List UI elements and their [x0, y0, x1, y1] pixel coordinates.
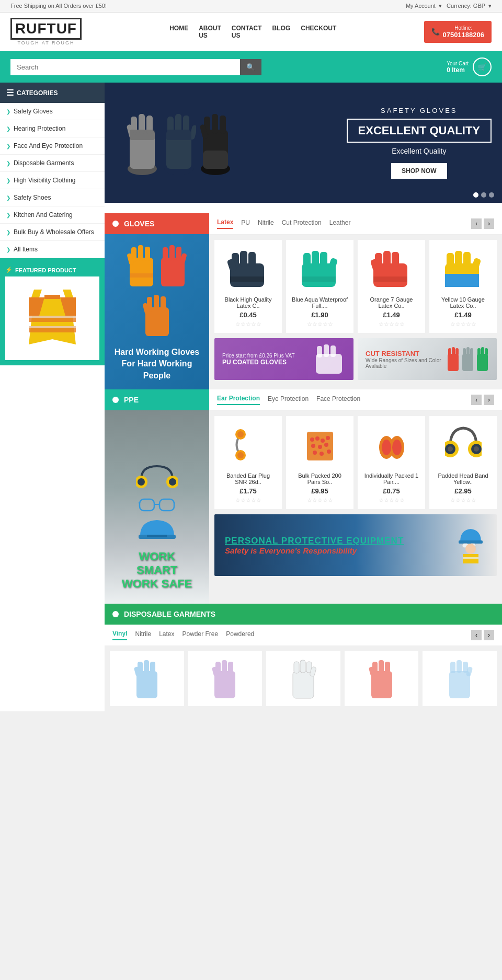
- svg-rect-73: [324, 344, 329, 357]
- tab-leather[interactable]: Leather: [329, 219, 351, 228]
- sidebar-item-hiviz[interactable]: ❯ High Visibility Clothing: [0, 172, 105, 189]
- nav-about[interactable]: ABOUTUS: [199, 25, 221, 39]
- sidebar-item-safety-shoes[interactable]: ❯ Safety Shoes: [0, 189, 105, 206]
- tab-latex-disp[interactable]: Latex: [159, 630, 174, 640]
- nav-blog[interactable]: BLOG: [272, 25, 291, 39]
- category-list: ❯ Safety Gloves ❯ Hearing Protection ❯ F…: [0, 103, 105, 258]
- product-image[interactable]: [363, 421, 420, 468]
- svg-rect-28: [220, 116, 226, 134]
- banner-dot-3[interactable]: [489, 192, 494, 198]
- svg-point-89: [138, 478, 145, 486]
- product-image[interactable]: [435, 421, 492, 468]
- ppe-tab-arrows: ‹ ›: [471, 395, 494, 405]
- svg-rect-75: [448, 354, 459, 371]
- lightning-icon: ⚡: [5, 267, 13, 273]
- black-glove-svg: [227, 248, 269, 290]
- tab-vinyl[interactable]: Vinyl: [112, 630, 127, 640]
- spacer: [105, 203, 502, 213]
- svg-rect-97: [147, 535, 167, 537]
- svg-rect-84: [477, 348, 481, 356]
- product-image[interactable]: [435, 245, 492, 292]
- svg-rect-80: [463, 348, 466, 356]
- disposable-section: DISPOSABLE GARMENTS Vinyl Nitrile Latex …: [105, 604, 502, 711]
- sidebar-item-face-eye[interactable]: ❯ Face And Eye Protection: [0, 137, 105, 154]
- ppe-promo-subtitle: Safety is Everyone's Responsibility: [225, 546, 404, 555]
- gloves-side-panel: GLOVES: [105, 213, 209, 389]
- cart-button[interactable]: 🛒: [473, 57, 492, 76]
- tab-eye-protection[interactable]: Eye Protection: [268, 395, 309, 405]
- svg-rect-131: [144, 660, 149, 673]
- product-image[interactable]: [291, 245, 348, 292]
- arrow-icon: ❯: [6, 160, 10, 166]
- banner-dot-2[interactable]: [481, 192, 486, 198]
- svg-rect-55: [312, 251, 319, 267]
- sidebar-item-all[interactable]: ❯ All Items: [0, 241, 105, 258]
- disp-title: DISPOSABLE GARMENTS: [124, 610, 215, 618]
- nav-contact[interactable]: CONTACTUS: [232, 25, 262, 39]
- product-image[interactable]: [291, 421, 348, 468]
- svg-rect-68: [463, 252, 471, 267]
- sidebar-item-safety-gloves[interactable]: ❯ Safety Gloves: [0, 103, 105, 120]
- tab-nitrile[interactable]: Nitrile: [258, 219, 274, 228]
- sidebar-item-kitchen[interactable]: ❯ Kitchen And Catering: [0, 206, 105, 223]
- ppe-tab-prev[interactable]: ‹: [471, 395, 482, 405]
- hero-tag: SAFETY GLOVES: [347, 107, 492, 114]
- svg-rect-4: [29, 326, 76, 328]
- tab-cut-protection[interactable]: Cut Protection: [282, 219, 322, 228]
- tab-latex[interactable]: Latex: [217, 218, 233, 229]
- svg-point-90: [169, 478, 176, 486]
- ppe-dot: [112, 397, 119, 403]
- sidebar-item-hearing[interactable]: ❯ Hearing Protection: [0, 120, 105, 137]
- product-price: £1.49: [435, 311, 492, 319]
- disp-product-image[interactable]: [115, 656, 179, 701]
- svg-rect-151: [457, 660, 462, 673]
- product-image[interactable]: [220, 245, 277, 292]
- my-account-link[interactable]: My Account: [406, 3, 436, 9]
- cut-resistant-label: CUT RESISTANT: [366, 350, 447, 358]
- product-image[interactable]: [363, 245, 420, 292]
- disp-product-image[interactable]: [193, 656, 257, 701]
- logo[interactable]: RUFTUF TOUGH AT ROUGH: [10, 18, 82, 45]
- tab-powder-free[interactable]: Powder Free: [182, 630, 219, 640]
- svg-point-122: [474, 446, 479, 452]
- product-stars: ☆☆☆☆☆: [435, 321, 492, 328]
- gloves-right-panel: Latex PU Nitrile Cut Protection Leather …: [209, 213, 502, 389]
- tab-prev-arrow[interactable]: ‹: [471, 218, 482, 229]
- disp-tab-prev[interactable]: ‹: [471, 630, 482, 640]
- disp-product-image[interactable]: [428, 656, 492, 701]
- nav-home[interactable]: HOME: [169, 25, 188, 39]
- hotline-button[interactable]: 📞 Hotline: 07501188206: [424, 21, 492, 43]
- search-button[interactable]: 🔍: [240, 59, 261, 75]
- svg-rect-34: [145, 247, 150, 261]
- svg-rect-83: [477, 354, 488, 371]
- featured-product-image[interactable]: [5, 276, 99, 360]
- tab-next-arrow[interactable]: ›: [484, 218, 494, 229]
- tab-powdered[interactable]: Powdered: [226, 630, 254, 640]
- ppe-promo-banner[interactable]: PERSONAL PROTECTIVE EQUIPMENT Safety is …: [214, 514, 497, 576]
- nav-checkout[interactable]: CHECKOUT: [301, 25, 336, 39]
- tab-face-protection[interactable]: Face Protection: [316, 395, 360, 405]
- svg-rect-67: [455, 251, 462, 267]
- sidebar-item-disposable[interactable]: ❯ Disposable Garments: [0, 155, 105, 171]
- disp-tab-next[interactable]: ›: [484, 630, 494, 640]
- tab-nitrile-disp[interactable]: Nitrile: [135, 630, 151, 640]
- ppe-promo-title: PERSONAL PROTECTIVE EQUIPMENT: [225, 536, 404, 546]
- tab-pu[interactable]: PU: [241, 219, 250, 228]
- svg-rect-38: [163, 247, 168, 262]
- search-input[interactable]: [10, 59, 240, 75]
- banner-dot-1[interactable]: [473, 192, 478, 198]
- disp-glove-white-svg: [290, 658, 316, 700]
- disp-product-image[interactable]: [271, 656, 335, 701]
- product-card: Padded Head Band Yellow.. £2.95 ☆☆☆☆☆: [429, 416, 497, 509]
- hardhat-svg: [138, 516, 177, 545]
- cut-resistant-promo[interactable]: CUT RESISTANT Wide Ranges of Sizes and C…: [358, 338, 497, 380]
- disp-product-image[interactable]: [350, 656, 414, 701]
- product-image[interactable]: [220, 421, 277, 468]
- sidebar-item-bulk[interactable]: ❯ Bulk Buy & Wholesale Offers: [0, 224, 105, 240]
- shop-now-button[interactable]: SHOP NOW: [391, 163, 447, 179]
- pu-coated-promo[interactable]: Price start from £0.26 Plus VAT PU COATE…: [214, 338, 353, 380]
- svg-rect-44: [154, 295, 159, 310]
- arrow-icon: ❯: [6, 143, 10, 149]
- ppe-tab-next[interactable]: ›: [484, 395, 494, 405]
- tab-ear-protection[interactable]: Ear Protection: [217, 395, 260, 405]
